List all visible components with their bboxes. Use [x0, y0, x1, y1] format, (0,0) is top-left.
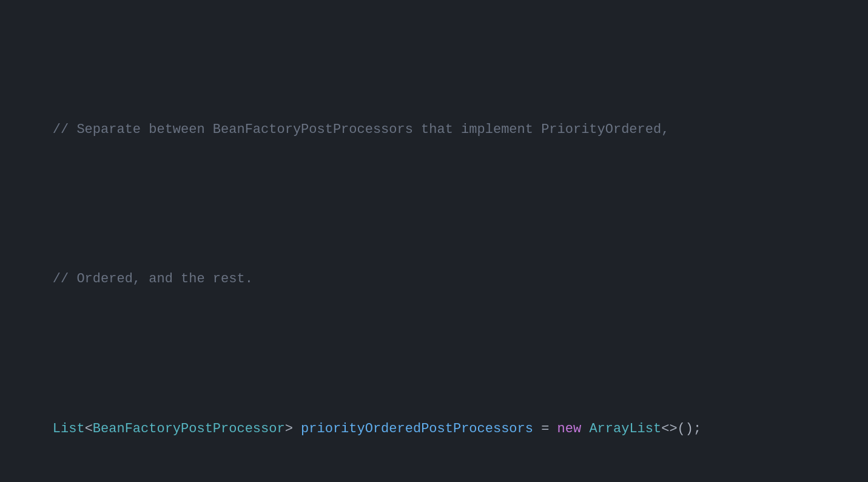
comment-text-2: // Ordered, and the rest. [53, 271, 253, 287]
code-line-1: // Separate between BeanFactoryPostProce… [18, 98, 850, 162]
var-name-3: priorityOrderedPostProcessors [301, 421, 533, 436]
angle-bracket-3: < [85, 421, 93, 436]
code-editor: // Separate between BeanFactoryPostProce… [18, 12, 850, 482]
comment-text-1: // Separate between BeanFactoryPostProce… [53, 122, 670, 137]
space2-3 [581, 421, 589, 436]
space-3 [293, 421, 301, 436]
angle-bracket-close-3: > [285, 421, 293, 436]
type-name-3: BeanFactoryPostProcessor [93, 421, 285, 436]
arraylist-3: ArrayList [589, 421, 661, 436]
type-keyword-3: List [53, 421, 85, 436]
new-kw-3: new [557, 421, 582, 436]
diamond-3: <>(); [661, 421, 701, 436]
code-line-3: List<BeanFactoryPostProcessor> priorityO… [18, 396, 850, 461]
code-line-2: // Ordered, and the rest. [18, 247, 850, 311]
assign-3: = [533, 421, 557, 436]
